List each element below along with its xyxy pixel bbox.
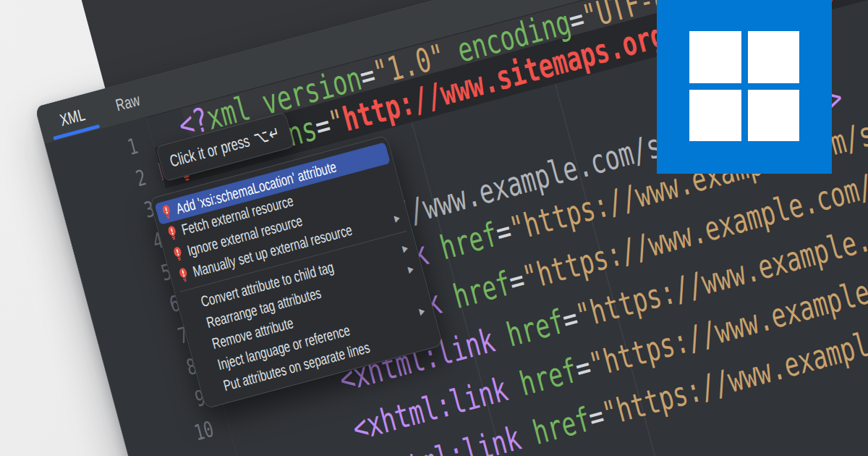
error-bulb-icon [171, 245, 186, 263]
windows-logo-pane [748, 31, 800, 83]
windows-logo-icon [657, 0, 832, 174]
windows-logo-pane [689, 90, 741, 142]
submenu-arrow-icon: ▶ [394, 242, 409, 256]
menu-item-icon-spacer [190, 316, 205, 334]
submenu-arrow-icon: ▶ [400, 263, 415, 276]
code-token: href [529, 400, 595, 452]
windows-logo-pane [689, 31, 741, 83]
code-token: href [503, 302, 569, 355]
shortcut-keys: ⌥↵ [252, 122, 283, 149]
error-bulb-icon [159, 203, 174, 221]
error-bulb-icon [165, 224, 180, 242]
submenu-arrow-icon: ▶ [386, 211, 401, 225]
menu-item-icon-spacer [207, 379, 222, 397]
submenu-arrow-icon: ▶ [411, 305, 426, 318]
menu-item-icon-spacer [195, 337, 210, 355]
windows-logo-pane [748, 90, 800, 142]
page: XML Raw <?xml version="1.0" encoding="UT… [0, 0, 868, 456]
menu-item-icon-spacer [184, 295, 200, 313]
code-token: href [516, 350, 582, 403]
menu-item-icon-spacer [201, 358, 216, 376]
error-bulb-icon [176, 266, 191, 284]
code-token: href [449, 263, 515, 316]
